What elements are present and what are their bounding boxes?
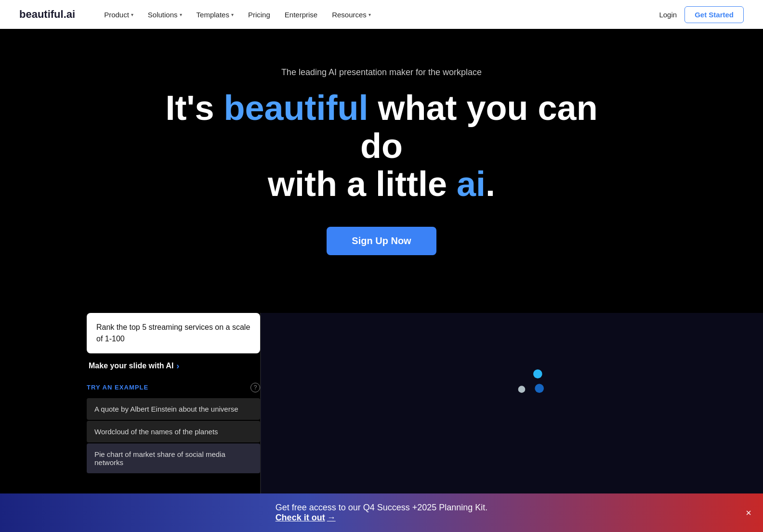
chevron-down-icon: ▾ <box>231 12 234 17</box>
nav-item-pricing[interactable]: Pricing <box>242 7 276 23</box>
hero-title-ai: ai <box>457 165 486 203</box>
demo-section: Rank the top 5 streaming services on a s… <box>0 313 763 506</box>
bottom-banner: Get free access to our Q4 Success +2025 … <box>0 493 763 532</box>
demo-left-panel: Rank the top 5 streaming services on a s… <box>0 313 260 506</box>
hero-title-part3: with a little <box>268 165 457 203</box>
hero-title-beautiful: beautiful <box>224 89 368 127</box>
navbar: beautiful.ai Product ▾ Solutions ▾ Templ… <box>0 0 763 29</box>
example-item-2[interactable]: Pie chart of market share of social medi… <box>87 443 260 473</box>
nav-label-product: Product <box>104 11 129 19</box>
nav-links: Product ▾ Solutions ▾ Templates ▾ Pricin… <box>98 7 659 23</box>
demo-visualization <box>440 342 584 438</box>
nav-right: Login Get Started <box>659 6 744 23</box>
nav-label-resources: Resources <box>332 11 367 19</box>
hero-subtitle: The leading AI presentation maker for th… <box>281 67 482 78</box>
banner-text: Get free access to our Q4 Success +2025 … <box>276 503 488 523</box>
hero-title-part2: what you can do <box>360 89 598 165</box>
chevron-down-icon: ▾ <box>131 12 133 17</box>
nav-label-pricing: Pricing <box>248 11 270 19</box>
demo-right-panel <box>261 313 763 506</box>
dot-3 <box>535 384 544 393</box>
arrow-right-icon: › <box>176 361 179 371</box>
nav-label-templates: Templates <box>197 11 229 19</box>
hero-title: It's beautiful what you can do with a li… <box>165 89 598 204</box>
example-item-1[interactable]: Wordcloud of the names of the planets <box>87 421 260 442</box>
nav-item-enterprise[interactable]: Enterprise <box>279 7 323 23</box>
hero-title-period: . <box>486 165 495 203</box>
arrow-right-icon: → <box>327 513 336 523</box>
make-slide-link[interactable]: Make your slide with AI › <box>87 361 260 371</box>
try-example-header: TRY AN EXAMPLE ? <box>87 383 260 392</box>
chevron-down-icon: ▾ <box>180 12 182 17</box>
nav-label-solutions: Solutions <box>148 11 178 19</box>
hero-cta-button[interactable]: Sign Up Now <box>327 227 436 255</box>
banner-main-text: Get free access to our Q4 Success +2025 … <box>276 503 488 512</box>
nav-label-enterprise: Enterprise <box>285 11 317 19</box>
logo[interactable]: beautiful.ai <box>19 8 75 21</box>
nav-item-solutions[interactable]: Solutions ▾ <box>142 7 188 23</box>
banner-link[interactable]: Check it out → <box>276 513 488 523</box>
make-slide-label: Make your slide with AI <box>89 362 173 370</box>
example-items-list: A quote by Albert Einstein about the uni… <box>87 398 260 473</box>
help-icon[interactable]: ? <box>250 383 260 392</box>
nav-item-resources[interactable]: Resources ▾ <box>326 7 377 23</box>
banner-link-label: Check it out <box>276 513 325 523</box>
try-example-label: TRY AN EXAMPLE <box>87 384 148 391</box>
get-started-button[interactable]: Get Started <box>684 6 744 23</box>
example-item-0[interactable]: A quote by Albert Einstein about the uni… <box>87 398 260 420</box>
demo-input-box[interactable]: Rank the top 5 streaming services on a s… <box>87 313 260 353</box>
banner-close-button[interactable]: × <box>746 507 751 519</box>
hero-section: The leading AI presentation maker for th… <box>0 29 763 313</box>
nav-item-templates[interactable]: Templates ▾ <box>191 7 239 23</box>
login-button[interactable]: Login <box>659 11 677 19</box>
hero-title-part1: It's <box>165 89 224 127</box>
chevron-down-icon: ▾ <box>368 12 371 17</box>
nav-item-product[interactable]: Product ▾ <box>98 7 139 23</box>
dot-2 <box>518 386 526 393</box>
dot-1 <box>533 369 542 378</box>
